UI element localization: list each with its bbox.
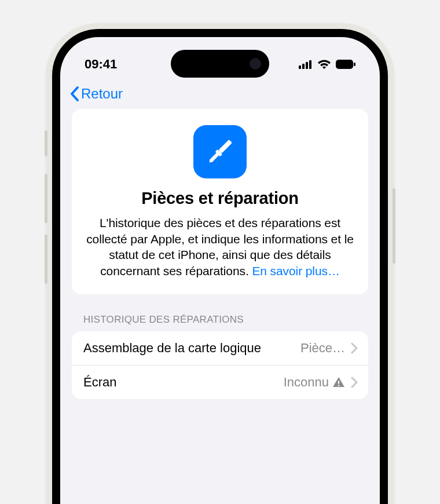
history-row-logic-board[interactable]: Assemblage de la carte logique Pièce… [72,331,368,365]
row-value-text: Pièce… [300,341,345,356]
status-right [299,59,355,70]
chevron-right-icon [351,377,358,388]
card-description: L'historique des pièces et des réparatio… [86,215,354,279]
intro-card: Pièces et réparation L'historique des pi… [72,109,368,294]
svg-rect-2 [306,62,308,69]
back-button[interactable]: Retour [69,86,123,102]
row-value: Inconnu [284,375,345,390]
svg-rect-6 [218,140,232,154]
row-label: Assemblage de la carte logique [83,341,294,356]
status-time: 09:41 [85,57,117,72]
wifi-icon [317,59,331,70]
cellular-icon [299,60,313,69]
warning-icon [332,377,345,388]
row-value-text: Inconnu [284,375,329,390]
side-button-power [393,188,395,264]
history-section-header: HISTORIQUE DES RÉPARATIONS [72,314,368,326]
content: Pièces et réparation L'historique des pi… [60,109,380,399]
side-button-vol-down [45,235,47,284]
learn-more-link[interactable]: En savoir plus… [252,264,339,277]
dynamic-island [171,50,269,78]
front-camera [250,58,261,70]
row-label: Écran [83,375,277,390]
phone-frame: 09:41 [46,23,394,504]
app-icon-wrap [86,125,354,178]
phone-bezel: 09:41 [52,29,388,504]
svg-rect-5 [354,63,355,66]
screwdriver-icon [203,134,237,169]
nav-bar: Retour [60,81,380,109]
svg-point-9 [338,385,339,386]
row-value: Pièce… [300,341,345,356]
history-list: Assemblage de la carte logique Pièce… Éc… [72,331,368,399]
svg-rect-3 [309,60,311,69]
chevron-left-icon [69,86,80,102]
svg-rect-0 [299,65,301,69]
screen: 09:41 [60,37,380,504]
screwdriver-app-icon [193,125,247,178]
back-label: Retour [81,86,123,102]
svg-rect-1 [302,64,305,69]
card-title: Pièces et réparation [86,189,354,208]
side-button-vol-up [45,174,47,223]
svg-rect-4 [336,60,353,69]
history-row-screen[interactable]: Écran Inconnu [72,365,368,399]
side-button-silent [45,130,47,156]
battery-icon [336,60,355,69]
chevron-right-icon [351,342,358,354]
svg-rect-8 [338,381,339,384]
